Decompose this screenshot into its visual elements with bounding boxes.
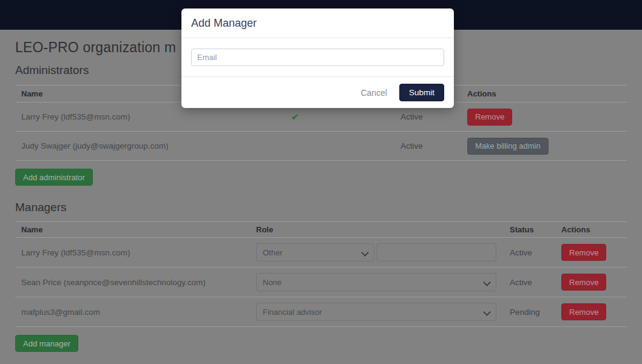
remove-admin-button[interactable]: Remove [467,109,512,126]
manager-row: Larry Frey (ldf535@msn.com) Other Active… [15,238,627,268]
chevron-down-icon [362,249,368,254]
remove-manager-button[interactable]: Remove [561,303,606,320]
column-header-name: Name [15,225,250,234]
submit-button[interactable]: Submit [399,84,444,101]
add-manager-modal: Add Manager Cancel Submit [181,8,454,108]
column-header-actions: Actions [555,225,627,234]
email-input[interactable] [191,49,444,66]
modal-body [181,38,454,77]
chevron-down-icon [484,308,490,314]
modal-header: Add Manager [181,8,454,38]
role-select-value: Other [263,248,357,257]
billing-admin-check-icon: ✔ [291,112,299,122]
manager-name: mafplus3@gmail.com [15,308,250,317]
managers-table: Name Role Status Actions Larry Frey (ldf… [15,221,627,327]
add-manager-button[interactable]: Add manager [15,335,78,352]
modal-title: Add Manager [191,17,444,30]
role-select[interactable]: Financial advisor [256,303,496,321]
admin-row: Judy Swajger (judy@swajgergroup.com) Act… [15,132,627,161]
role-select[interactable]: Other [256,243,374,261]
admin-name: Judy Swajger (judy@swajgergroup.com) [15,141,270,150]
role-select[interactable]: None [256,273,496,291]
manager-row: Sean Price (seanprice@sevenhillstechnolo… [15,268,627,297]
manager-name: Larry Frey (ldf535@msn.com) [15,248,250,257]
managers-heading: Managers [15,201,627,214]
role-select-value: Financial advisor [263,308,479,317]
custom-role-input[interactable] [377,243,496,261]
column-header-actions: Actions [443,89,627,98]
role-select-value: None [263,278,479,287]
manager-row: mafplus3@gmail.com Financial advisor Pen… [15,297,627,327]
manager-status: Active [504,248,555,257]
column-header-role: Role [250,225,504,234]
modal-footer: Cancel Submit [181,77,454,108]
make-billing-admin-button[interactable]: Make billing admin [467,138,549,155]
remove-manager-button[interactable]: Remove [561,244,606,261]
admin-status: Active [376,112,443,121]
admin-status: Active [376,141,443,150]
manager-status: Pending [504,308,555,317]
column-header-status: Status [504,225,555,234]
admin-name: Larry Frey (ldf535@msn.com) [15,112,270,121]
cancel-button[interactable]: Cancel [360,88,387,98]
chevron-down-icon [484,278,490,284]
manager-name: Sean Price (seanprice@sevenhillstechnolo… [15,278,250,287]
add-administrator-button[interactable]: Add administrator [15,169,93,186]
manager-status: Active [504,278,555,287]
remove-manager-button[interactable]: Remove [561,274,606,291]
managers-table-header: Name Role Status Actions [15,221,627,238]
